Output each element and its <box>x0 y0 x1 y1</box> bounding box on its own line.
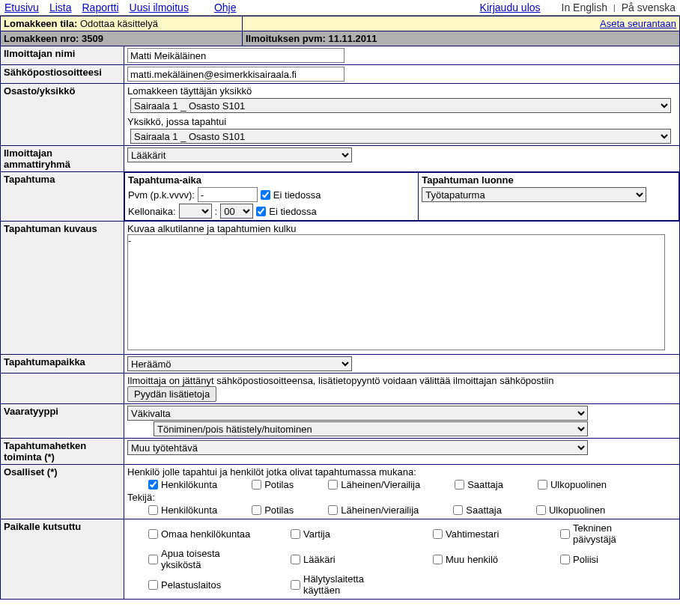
called-other-unit[interactable] <box>148 555 158 564</box>
filler-unit-select[interactable]: Sairaala 1 _ Osasto S101 <box>130 98 671 113</box>
event-label: Tapahtuma <box>1 172 124 222</box>
called-label: Paikalle kutsuttu <box>1 519 124 600</box>
called-rescue[interactable] <box>148 580 158 590</box>
form-status: Lomakkeen tila: Odottaa käsittelyä <box>1 16 243 31</box>
parties-victim-escort-label: Saattaja <box>467 479 503 490</box>
report-date-value: 11.11.2011 <box>328 33 377 44</box>
kello-unknown-label: Ei tiedossa <box>269 206 317 217</box>
nav-uusi-ilmoitus[interactable]: Uusi ilmoitus <box>130 1 189 13</box>
called-doctor[interactable] <box>291 555 300 564</box>
kello-unknown-checkbox[interactable] <box>256 207 266 216</box>
parties-victim-staff-label: Henkilökunta <box>161 479 217 490</box>
happened-unit-select[interactable]: Sairaala 1 _ Osasto S101 <box>130 129 671 144</box>
place-label: Tapahtumapaikka <box>1 355 124 373</box>
called-own-staff-label: Omaa henkilökuntaa <box>161 528 250 540</box>
reporter-name-input[interactable] <box>127 48 344 63</box>
form-number: Lomakkeen nro: 3509 <box>1 31 243 46</box>
called-guard-label: Vartija <box>303 528 330 540</box>
profession-label: Ilmoittajan ammattiryhmä <box>1 146 124 172</box>
nav-logout[interactable]: Kirjaudu ulos <box>480 1 541 13</box>
report-date-label: Ilmoituksen pvm: <box>246 33 326 44</box>
parties-perp-escort[interactable] <box>453 505 463 515</box>
called-guard[interactable] <box>291 529 300 539</box>
place-select[interactable]: Heräämö <box>127 356 352 371</box>
danger-type-select[interactable]: Väkivalta <box>127 406 588 421</box>
parties-victim-visitor[interactable] <box>328 480 338 490</box>
parties-h1: Henkilö jolle tapahtui ja henkilöt jotka… <box>127 466 676 478</box>
called-rescue-label: Pelastuslaitos <box>161 579 221 591</box>
pvm-label: Pvm (p.k.vvvv): <box>128 189 195 201</box>
called-porter[interactable] <box>433 529 443 539</box>
parties-perp-escort-label: Saattaja <box>466 504 502 516</box>
description-label: Tapahtuman kuvaus <box>1 222 124 355</box>
request-info-text: Ilmoittaja on jättänyt sähköpostiosoitte… <box>127 375 676 386</box>
unit-label: Osasto/yksikkö <box>1 84 124 146</box>
parties-perp-visitor[interactable] <box>328 505 338 515</box>
event-nature-head: Tapahtuman luonne <box>422 174 676 186</box>
pvm-unknown-checkbox[interactable] <box>261 190 270 200</box>
called-alarm[interactable] <box>291 580 300 590</box>
lang-sv[interactable]: På svenska <box>622 1 676 13</box>
report-date: Ilmoituksen pvm: 11.11.2011 <box>242 31 679 46</box>
called-own-staff[interactable] <box>148 529 158 539</box>
reporter-email-label: Sähköpostiosoitteesi <box>1 65 124 84</box>
reporter-email-input[interactable] <box>127 67 344 82</box>
filler-unit-label: Lomakkeen täyttäjän yksikkö <box>124 84 679 98</box>
reporter-name-label: Ilmoittajan nimi <box>1 46 124 65</box>
form-number-value: 3509 <box>82 33 103 44</box>
nav-ohje[interactable]: Ohje <box>214 1 237 13</box>
parties-perp-outsider[interactable] <box>536 505 546 515</box>
description-textarea[interactable]: - <box>127 234 665 350</box>
called-police[interactable] <box>560 555 570 564</box>
called-alarm-label: Hälytyslaitetta käyttäen <box>303 573 398 596</box>
description-hint: Kuvaa alkutilanne ja tapahtumien kulku <box>127 223 676 234</box>
happened-unit-label: Yksikkö, jossa tapahtui <box>124 115 679 129</box>
activity-label: Tapahtumahetken toiminta (*) <box>1 439 124 465</box>
parties-perp-outsider-label: Ulkopuolinen <box>549 504 605 516</box>
parties-perp-visitor-label: Läheinen/vierailija <box>341 504 419 516</box>
nav-lista[interactable]: Lista <box>49 1 72 13</box>
called-tech[interactable] <box>560 529 570 539</box>
nav-etusivu[interactable]: Etusivu <box>4 1 39 13</box>
called-tech-label: Tekninen päivystäjä <box>573 522 638 545</box>
parties-victim-patient-label: Potilas <box>264 479 294 490</box>
kello-min-select[interactable]: 00 <box>220 204 253 219</box>
called-police-label: Poliisi <box>573 554 598 565</box>
request-info-label-cell <box>1 373 124 404</box>
parties-victim-outsider-label: Ulkopuolinen <box>550 479 607 490</box>
lang-separator: | <box>613 4 616 12</box>
parties-perp-patient[interactable] <box>252 505 261 515</box>
parties-victim-visitor-label: Läheinen/Vierailija <box>341 479 420 490</box>
parties-perp-staff[interactable] <box>148 505 158 515</box>
called-doctor-label: Lääkäri <box>303 554 336 565</box>
set-follow-link[interactable]: Aseta seurantaan <box>600 18 676 29</box>
nav-raportti[interactable]: Raportti <box>82 1 119 13</box>
parties-victim-staff[interactable] <box>148 480 158 490</box>
parties-label: Osalliset (*) <box>1 465 124 519</box>
request-info-button[interactable]: Pyydän lisätietoja <box>127 386 216 402</box>
kello-hour-select[interactable] <box>179 204 212 219</box>
form-number-label: Lomakkeen nro: <box>4 33 79 44</box>
called-porter-label: Vahtimestari <box>446 528 499 540</box>
parties-victim-escort[interactable] <box>455 480 464 490</box>
called-other-unit-label: Apua toisesta yksiköstä <box>161 548 256 570</box>
called-other-person[interactable] <box>433 555 443 564</box>
pvm-unknown-label: Ei tiedossa <box>273 189 321 201</box>
form-status-label: Lomakkeen tila: <box>4 18 77 29</box>
parties-victim-patient[interactable] <box>252 480 261 490</box>
pvm-input[interactable] <box>198 187 258 202</box>
event-nature-select[interactable]: Työtapaturma <box>422 187 646 202</box>
called-other-person-label: Muu henkilö <box>446 554 498 565</box>
activity-select[interactable]: Muu työtehtävä <box>127 440 588 455</box>
parties-h2: Tekijä: <box>127 492 676 503</box>
event-time-head: Tapahtuma-aika <box>128 174 415 186</box>
danger-subtype-select[interactable]: Töniminen/pois hätistely/huitominen <box>154 421 588 436</box>
parties-victim-outsider[interactable] <box>538 480 547 490</box>
profession-select[interactable]: Lääkärit <box>127 147 352 162</box>
parties-perp-patient-label: Potilas <box>264 504 294 516</box>
lang-en[interactable]: In English <box>562 1 607 13</box>
danger-label: Vaaratyyppi <box>1 404 124 439</box>
parties-perp-staff-label: Henkilökunta <box>161 504 217 516</box>
top-nav: Etusivu Lista Raportti Uusi ilmoitus Ohj… <box>0 0 680 16</box>
kello-label: Kellonaika: <box>128 206 176 217</box>
